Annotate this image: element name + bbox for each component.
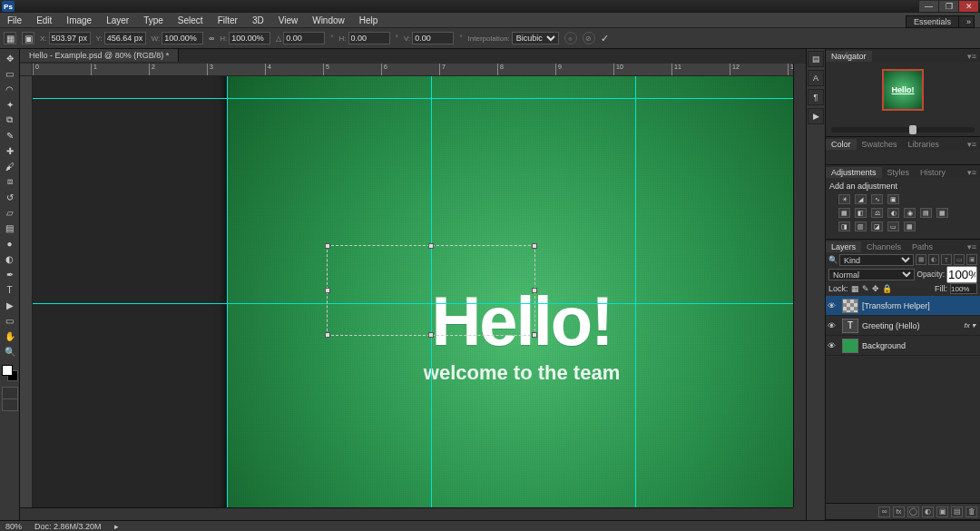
option-skewv-input[interactable] bbox=[412, 32, 454, 44]
character-panel-icon[interactable]: A bbox=[808, 70, 824, 86]
option-interp-select[interactable]: Bicubic bbox=[512, 32, 559, 44]
visibility-toggle-icon[interactable]: 👁 bbox=[828, 321, 838, 330]
type-tool[interactable]: T bbox=[2, 282, 18, 297]
guide-vertical[interactable] bbox=[635, 76, 636, 507]
menu-window[interactable]: Window bbox=[305, 15, 352, 25]
maximize-button[interactable]: ❐ bbox=[938, 1, 958, 12]
eyedropper-tool[interactable]: ✎ bbox=[2, 128, 18, 143]
scrollbar-horizontal[interactable] bbox=[20, 507, 793, 520]
menu-edit[interactable]: Edit bbox=[29, 15, 59, 25]
zoom-tool[interactable]: 🔍 bbox=[2, 344, 18, 359]
navigator-tab[interactable]: Navigator bbox=[826, 51, 872, 62]
menu-image[interactable]: Image bbox=[59, 15, 99, 25]
layer-row[interactable]: 👁 [Transform Helper] bbox=[826, 296, 980, 316]
invert-icon[interactable]: ◨ bbox=[838, 221, 850, 231]
panel-menu-icon[interactable]: ▾≡ bbox=[964, 51, 980, 62]
levels-icon[interactable]: ◢ bbox=[855, 194, 867, 204]
lock-all-icon[interactable]: 🔒 bbox=[882, 284, 892, 293]
panel-menu-icon[interactable]: ▾≡ bbox=[964, 241, 980, 252]
brush-tool[interactable]: 🖌 bbox=[2, 159, 18, 173]
pen-tool[interactable]: ✒ bbox=[2, 267, 18, 281]
threshold-icon[interactable]: ◪ bbox=[871, 221, 883, 231]
option-h-input[interactable] bbox=[229, 32, 270, 44]
warp-icon[interactable]: ⟐ bbox=[564, 32, 577, 44]
new-layer-icon[interactable]: ▤ bbox=[951, 506, 963, 517]
menu-view[interactable]: View bbox=[271, 15, 306, 25]
canvas-viewport[interactable]: Hello! welcome to the team bbox=[33, 76, 793, 507]
panel-menu-icon[interactable]: ▾≡ bbox=[964, 167, 980, 178]
lasso-tool[interactable]: ◠ bbox=[2, 82, 18, 96]
status-arrow-icon[interactable]: ▸ bbox=[114, 522, 119, 531]
close-button[interactable]: ✕ bbox=[958, 1, 978, 12]
visibility-toggle-icon[interactable]: 👁 bbox=[828, 301, 838, 310]
layer-thumbnail[interactable] bbox=[842, 339, 858, 353]
quickmask-toggle[interactable] bbox=[2, 387, 18, 399]
curves-icon[interactable]: ∿ bbox=[871, 194, 883, 204]
healing-tool[interactable]: ✚ bbox=[2, 143, 18, 158]
menu-layer[interactable]: Layer bbox=[99, 15, 136, 25]
layer-thumbnail[interactable]: T bbox=[842, 319, 858, 333]
workspace-selector[interactable]: Essentials bbox=[906, 15, 959, 28]
hand-tool[interactable]: ✋ bbox=[2, 329, 18, 343]
dodge-tool[interactable]: ◐ bbox=[2, 251, 18, 266]
actions-panel-icon[interactable]: ▶ bbox=[808, 108, 824, 124]
delete-layer-icon[interactable]: 🗑 bbox=[965, 506, 977, 517]
photofilter-icon[interactable]: ◉ bbox=[904, 208, 916, 218]
exposure-icon[interactable]: ▣ bbox=[887, 194, 899, 204]
option-y-input[interactable] bbox=[104, 32, 146, 44]
paragraph-panel-icon[interactable]: ¶ bbox=[808, 89, 824, 105]
selective-icon[interactable]: ▦ bbox=[904, 221, 916, 231]
lock-transparent-icon[interactable]: ▦ bbox=[851, 284, 859, 293]
workspace-dropdown-icon[interactable]: » bbox=[959, 15, 975, 28]
bw-icon[interactable]: ◐ bbox=[887, 208, 899, 218]
stamp-tool[interactable]: ⧇ bbox=[2, 174, 18, 189]
menu-file[interactable]: File bbox=[0, 15, 29, 25]
navigator-thumbnail[interactable]: Hello! bbox=[882, 69, 924, 111]
menu-select[interactable]: Select bbox=[171, 15, 211, 25]
link-icon[interactable]: ∞ bbox=[209, 34, 214, 43]
crop-tool[interactable]: ⧉ bbox=[2, 113, 18, 127]
filter-smart-icon[interactable]: ▣ bbox=[966, 254, 977, 265]
marquee-tool[interactable]: ▭ bbox=[2, 66, 18, 81]
layer-mask-icon[interactable]: ◯ bbox=[907, 506, 919, 517]
blur-tool[interactable]: ● bbox=[2, 236, 18, 251]
visibility-toggle-icon[interactable]: 👁 bbox=[828, 341, 838, 350]
balance-icon[interactable]: ⚖ bbox=[871, 208, 883, 218]
filter-adjust-icon[interactable]: ◐ bbox=[928, 254, 939, 265]
color-tab[interactable]: Color bbox=[826, 139, 857, 150]
transform-icon[interactable]: ▦ bbox=[4, 32, 16, 44]
menu-filter[interactable]: Filter bbox=[211, 15, 245, 25]
option-x-input[interactable] bbox=[49, 32, 91, 44]
layer-row[interactable]: 👁 T Greeting (Hello) fx ▾ bbox=[826, 316, 980, 336]
posterize-icon[interactable]: ▥ bbox=[855, 221, 867, 231]
adjustment-layer-icon[interactable]: ◐ bbox=[922, 506, 934, 517]
shape-tool[interactable]: ▭ bbox=[2, 313, 18, 328]
channels-tab[interactable]: Channels bbox=[861, 241, 906, 252]
filter-pixel-icon[interactable]: ▦ bbox=[916, 254, 926, 265]
color-swatches[interactable] bbox=[2, 365, 18, 381]
fill-input[interactable] bbox=[950, 283, 977, 294]
brightness-icon[interactable]: ☀ bbox=[838, 194, 850, 204]
gradientmap-icon[interactable]: ▭ bbox=[887, 221, 899, 231]
commit-transform-button[interactable]: ✓ bbox=[601, 33, 609, 44]
lock-pixels-icon[interactable]: ✎ bbox=[862, 284, 869, 293]
mixer-icon[interactable]: ▤ bbox=[920, 208, 932, 218]
reference-point-icon[interactable]: ▣ bbox=[22, 32, 34, 44]
doc-size[interactable]: Doc: 2.86M/3.20M bbox=[34, 522, 102, 531]
guide-horizontal[interactable] bbox=[33, 98, 793, 99]
panel-menu-icon[interactable]: ▾≡ bbox=[964, 139, 980, 150]
layer-name[interactable]: Greeting (Hello) bbox=[862, 321, 920, 330]
minimize-button[interactable]: — bbox=[918, 1, 938, 12]
history-brush-tool[interactable]: ↺ bbox=[2, 190, 18, 204]
link-layers-icon[interactable]: ∞ bbox=[878, 506, 890, 517]
opacity-input[interactable] bbox=[946, 266, 977, 283]
navigator-zoom-slider[interactable] bbox=[831, 127, 975, 133]
layer-row[interactable]: 👁 Background bbox=[826, 336, 980, 356]
option-w-input[interactable] bbox=[162, 32, 203, 44]
layer-fx-badge[interactable]: fx ▾ bbox=[965, 321, 978, 329]
scrollbar-vertical[interactable] bbox=[793, 64, 806, 507]
styles-tab[interactable]: Styles bbox=[882, 167, 916, 178]
swatches-tab[interactable]: Swatches bbox=[857, 139, 903, 150]
ruler-vertical[interactable] bbox=[20, 76, 33, 507]
menu-type[interactable]: Type bbox=[136, 15, 171, 25]
